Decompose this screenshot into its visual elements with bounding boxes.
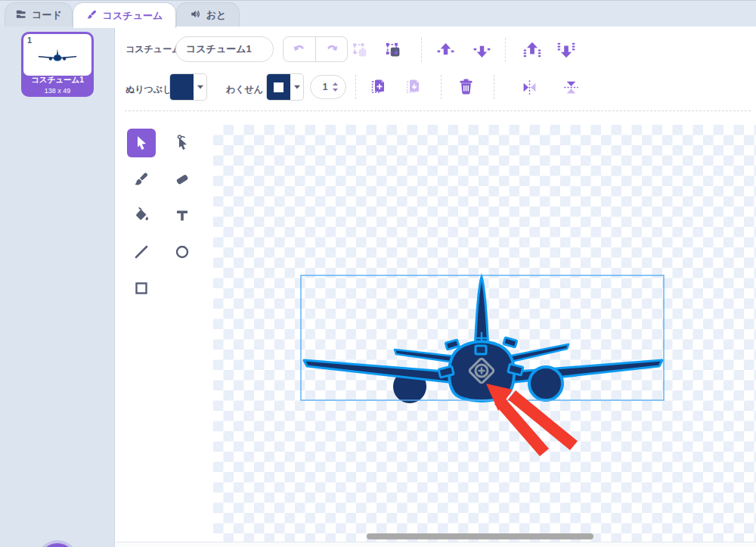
fill-color-value [170,74,194,100]
tab-costume[interactable]: コスチューム [73,2,176,28]
plane-engine-right [529,367,562,400]
bring-forward-icon [437,42,454,59]
chevron-down-icon [194,74,206,100]
horizontal-scrollbar[interactable] [367,533,593,539]
flip-horizontal-button[interactable] [517,75,541,99]
outline-color-label: わくせん [226,79,263,100]
paint-canvas[interactable] [213,125,756,542]
code-blocks-icon [15,8,26,22]
ungroup-icon [386,42,401,58]
tool-text[interactable] [168,201,197,230]
costume-thumbnail-airplane [37,48,78,62]
send-backward-icon [473,42,491,59]
brush-icon [86,9,98,23]
send-to-back-button[interactable] [553,36,580,64]
circle-tool-icon [174,244,191,260]
scratch-paint-editor: { "tabs": [ { "label": "コード" }, { "label… [0,0,756,547]
stepper-arrows-icon [332,82,339,92]
toolbar-separator [125,110,751,111]
tool-eraser[interactable] [168,165,197,194]
eraser-tool-icon [174,171,191,188]
tool-reshape[interactable] [168,129,197,157]
fill-bucket-icon [133,207,150,224]
undo-button[interactable] [284,37,315,61]
toolbar-divider [441,75,442,99]
tool-select[interactable] [127,129,156,157]
toolbar-divider [421,38,422,62]
costume-name-input[interactable] [175,36,274,62]
group-button[interactable] [348,38,372,62]
speaker-icon [190,8,201,22]
costume-card-selected[interactable]: 1 コスチューム1 138 x 49 [21,32,94,97]
plane-main-wing-left [304,360,455,383]
flip-vertical-button[interactable] [559,75,583,99]
group-icon [352,42,368,58]
toolbar-divider [505,38,506,62]
paste-icon [406,79,421,94]
costume-name: コスチューム1 [21,75,94,85]
line-tool-icon [133,244,150,260]
outline-color-swatch[interactable] [266,73,304,101]
tool-circle[interactable] [168,238,197,266]
flip-horizontal-icon [522,79,538,95]
undo-redo-group [283,36,348,62]
send-to-back-icon [557,41,575,59]
select-cursor-icon [133,135,150,151]
tab-strip: コード コスチューム おと [0,0,756,26]
stroke-width-stepper[interactable] [310,75,346,99]
editor-bottom-edge [116,542,756,547]
tab-code[interactable]: コード [5,2,73,27]
costume-list-panel: 1 コスチューム1 138 x 49 [0,26,115,547]
paste-button[interactable] [402,75,425,98]
rectangle-tool-icon [133,280,150,297]
tab-code-label: コード [32,8,62,22]
text-tool-icon [174,207,191,224]
tab-costume-label: コスチューム [103,9,163,23]
fill-color-swatch[interactable] [169,73,207,101]
airplane-drawing [213,125,756,542]
stroke-width-input[interactable] [318,82,332,92]
costume-thumbnail: 1 [23,34,91,76]
bring-to-front-icon [523,41,541,59]
send-backward-button[interactable] [469,36,494,64]
plane-upper-wing-left [395,350,455,362]
delete-button[interactable] [453,73,479,99]
chevron-down-icon [290,74,303,100]
toolbar-divider [494,75,494,99]
tab-sound-label: おと [206,8,227,22]
tool-fill[interactable] [127,201,156,230]
redo-button[interactable] [315,37,347,61]
copy-button[interactable] [367,75,390,98]
costume-index: 1 [27,36,32,45]
tool-rectangle[interactable] [127,274,156,303]
reshape-cursor-icon [174,135,191,151]
bring-to-front-button[interactable] [519,36,546,64]
plane-upper-wing-right [508,344,569,362]
brush-tool-icon [133,171,150,188]
fill-color-label: ぬりつぶし [125,79,172,100]
copy-icon [371,79,386,94]
add-costume-button[interactable] [39,543,76,547]
tool-brush[interactable] [127,165,156,194]
trash-icon [457,78,475,95]
tab-sound[interactable]: おと [176,2,240,27]
flip-vertical-icon [563,79,579,95]
outline-ring [274,82,284,92]
tool-line[interactable] [127,238,156,266]
costume-size: 138 x 49 [21,87,94,95]
ungroup-button[interactable] [381,38,405,62]
toolbar-divider [355,75,356,99]
bring-forward-button[interactable] [432,36,458,64]
costume-name-label: コスチューム [125,39,181,60]
